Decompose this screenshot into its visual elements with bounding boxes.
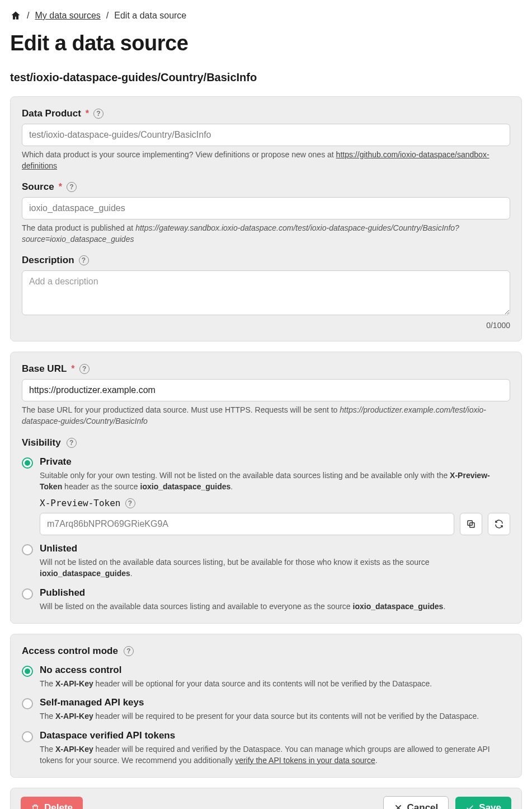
cancel-button[interactable]: Cancel xyxy=(383,796,449,809)
access-verified-title: Dataspace verified API tokens xyxy=(40,730,510,741)
base-url-label: Base URL xyxy=(22,363,67,375)
breadcrumb: / My data sources / Edit a data source xyxy=(10,10,522,21)
source-input[interactable] xyxy=(22,197,510,219)
breadcrumb-my-sources[interactable]: My data sources xyxy=(35,11,100,21)
breadcrumb-current: Edit a data source xyxy=(114,11,186,21)
visibility-unlisted-radio[interactable] xyxy=(22,544,33,555)
data-product-input[interactable] xyxy=(22,124,510,146)
data-product-label: Data Product xyxy=(22,108,81,119)
help-icon[interactable]: ? xyxy=(125,498,135,508)
save-button[interactable]: Save xyxy=(455,797,511,809)
footer-actions: Delete Cancel Save xyxy=(10,788,522,809)
page-title: Edit a data source xyxy=(10,31,522,55)
access-self-title: Self-managed API keys xyxy=(40,697,510,708)
card-basic: Data Product * ? Which data product is y… xyxy=(10,96,522,342)
help-icon[interactable]: ? xyxy=(93,109,103,119)
visibility-label: Visibility xyxy=(22,437,61,448)
home-icon[interactable] xyxy=(10,10,21,21)
check-icon xyxy=(465,803,474,809)
card-access-control: Access control mode ? No access control … xyxy=(10,634,522,778)
copy-icon xyxy=(466,519,476,529)
help-icon[interactable]: ? xyxy=(67,438,77,448)
access-none-title: No access control xyxy=(40,665,510,676)
access-self-radio[interactable] xyxy=(22,698,33,709)
refresh-icon xyxy=(494,519,504,529)
access-none-radio[interactable] xyxy=(22,666,33,677)
base-url-input[interactable] xyxy=(22,379,510,401)
access-label: Access control mode xyxy=(22,646,118,657)
preview-token-label: X-Preview-Token xyxy=(40,498,121,508)
visibility-private-radio[interactable] xyxy=(22,457,33,469)
description-input[interactable] xyxy=(22,270,510,315)
trash-icon xyxy=(31,803,40,809)
description-counter: 0/1000 xyxy=(22,321,510,330)
access-verified-radio[interactable] xyxy=(22,731,33,742)
help-icon[interactable]: ? xyxy=(79,364,90,374)
refresh-button[interactable] xyxy=(488,513,510,535)
card-url-visibility: Base URL * ? The base URL for your produ… xyxy=(10,352,522,624)
help-icon[interactable]: ? xyxy=(67,182,77,192)
copy-button[interactable] xyxy=(460,513,482,535)
data-product-hint: Which data product is your source implem… xyxy=(22,149,510,171)
source-label: Source xyxy=(22,181,54,193)
close-icon xyxy=(394,803,403,809)
visibility-published-radio[interactable] xyxy=(22,588,33,600)
delete-button[interactable]: Delete xyxy=(21,797,83,809)
base-url-hint: The base URL for your productized data s… xyxy=(22,405,510,427)
help-icon[interactable]: ? xyxy=(79,255,89,265)
description-label: Description xyxy=(22,255,74,266)
visibility-unlisted-title: Unlisted xyxy=(40,543,510,554)
help-icon[interactable]: ? xyxy=(124,646,134,656)
page-subtitle: test/ioxio-dataspace-guides/Country/Basi… xyxy=(10,71,522,84)
visibility-private-title: Private xyxy=(40,456,510,467)
source-hint: The data product is published at https:/… xyxy=(22,223,510,245)
visibility-published-title: Published xyxy=(40,587,510,598)
preview-token-input[interactable] xyxy=(40,513,454,535)
verify-tokens-link[interactable]: verify the API tokens in your data sourc… xyxy=(235,756,375,765)
